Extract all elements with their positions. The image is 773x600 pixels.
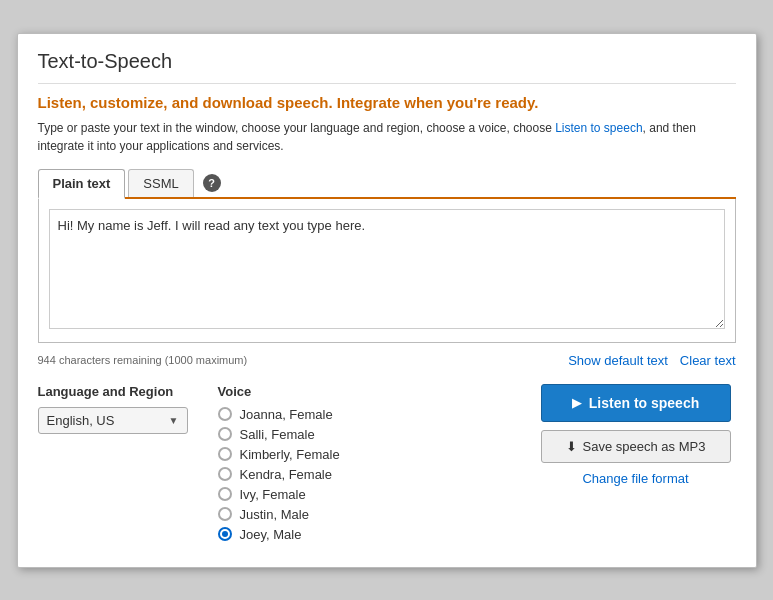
listen-to-speech-button[interactable]: ▶ Listen to speech xyxy=(541,384,731,422)
radio-joey[interactable] xyxy=(218,527,232,541)
list-item[interactable]: Salli, Female xyxy=(218,427,516,442)
bottom-section: Language and Region English, US ▼ Voice … xyxy=(38,384,736,547)
radio-salli[interactable] xyxy=(218,427,232,441)
textarea-actions: Show default text Clear text xyxy=(568,353,735,368)
list-item[interactable]: Kimberly, Female xyxy=(218,447,516,462)
language-region-label: Language and Region xyxy=(38,384,198,399)
radio-joanna[interactable] xyxy=(218,407,232,421)
save-speech-button[interactable]: ⬇ Save speech as MP3 xyxy=(541,430,731,463)
tab-ssml[interactable]: SSML xyxy=(128,169,193,197)
listen-link[interactable]: Listen to speech xyxy=(555,121,642,135)
tabs-bar: Plain text SSML ? xyxy=(38,169,736,199)
list-item[interactable]: Joanna, Female xyxy=(218,407,516,422)
list-item[interactable]: Kendra, Female xyxy=(218,467,516,482)
tagline: Listen, customize, and download speech. … xyxy=(38,94,736,111)
radio-kimberly[interactable] xyxy=(218,447,232,461)
textarea-footer: 944 characters remaining (1000 maximum) … xyxy=(38,349,736,370)
tab-plain-text[interactable]: Plain text xyxy=(38,169,126,199)
help-icon[interactable]: ? xyxy=(203,174,221,192)
text-input-area: Hi! My name is Jeff. I will read any tex… xyxy=(38,199,736,343)
play-icon: ▶ xyxy=(572,396,581,410)
download-icon: ⬇ xyxy=(566,439,577,454)
list-item[interactable]: Justin, Male xyxy=(218,507,516,522)
language-region-section: Language and Region English, US ▼ xyxy=(38,384,198,434)
language-dropdown[interactable]: English, US ▼ xyxy=(38,407,188,434)
list-item[interactable]: Joey, Male xyxy=(218,527,516,542)
description: Type or paste your text in the window, c… xyxy=(38,119,736,155)
char-remaining: 944 characters remaining (1000 maximum) xyxy=(38,354,248,366)
main-window: Text-to-Speech Listen, customize, and do… xyxy=(17,33,757,568)
show-default-text-button[interactable]: Show default text xyxy=(568,353,668,368)
voice-list: Joanna, Female Salli, Female Kimberly, F… xyxy=(218,407,516,542)
action-buttons: ▶ Listen to speech ⬇ Save speech as MP3 … xyxy=(536,384,736,486)
page-title: Text-to-Speech xyxy=(38,50,736,84)
radio-justin[interactable] xyxy=(218,507,232,521)
list-item[interactable]: Ivy, Female xyxy=(218,487,516,502)
radio-ivy[interactable] xyxy=(218,487,232,501)
voice-section: Voice Joanna, Female Salli, Female Kimbe… xyxy=(218,384,516,547)
radio-kendra[interactable] xyxy=(218,467,232,481)
dropdown-arrow-icon: ▼ xyxy=(169,415,179,426)
language-selected-value: English, US xyxy=(47,413,115,428)
change-file-format-link[interactable]: Change file format xyxy=(582,471,688,486)
voice-section-label: Voice xyxy=(218,384,516,399)
clear-text-button[interactable]: Clear text xyxy=(680,353,736,368)
speech-textarea[interactable]: Hi! My name is Jeff. I will read any tex… xyxy=(49,209,725,329)
